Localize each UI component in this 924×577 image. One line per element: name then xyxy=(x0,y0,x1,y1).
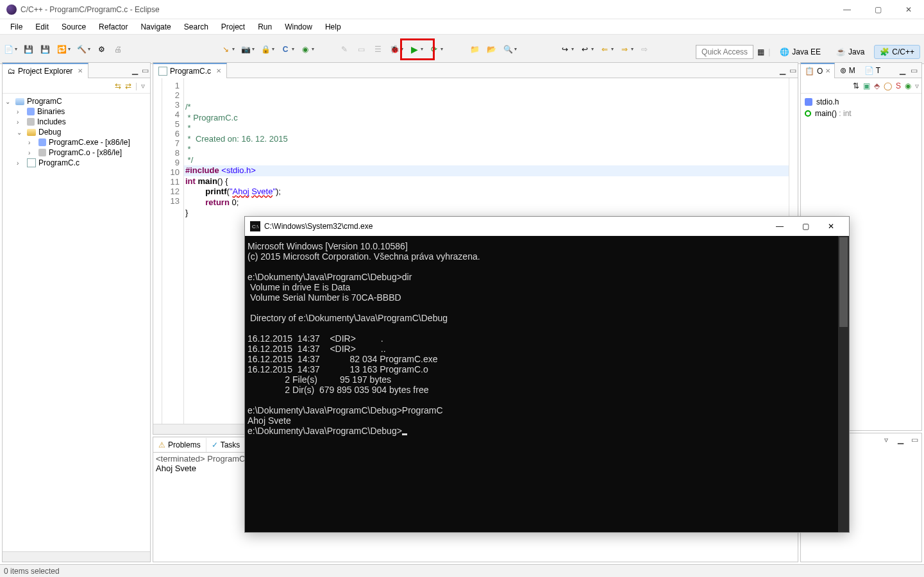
outline-tab-t[interactable]: 📄 T xyxy=(861,63,884,78)
tab-tasks[interactable]: ✓Tasks xyxy=(206,438,246,452)
outline-stdio[interactable]: stdio.h xyxy=(805,96,918,108)
close-button[interactable]: ✕ xyxy=(900,5,918,14)
book-icon: ▭ xyxy=(355,44,367,55)
cfile-icon xyxy=(158,67,167,76)
blank-menu-icon[interactable]: ▿ xyxy=(881,435,891,444)
tree-exe[interactable]: ProgramC.exe - [x86/le] xyxy=(49,138,130,147)
collapse-all-icon[interactable]: ⇆ xyxy=(115,81,121,90)
cmd-titlebar[interactable]: C:\ C:\Windows\System32\cmd.exe — ▢ ✕ xyxy=(245,217,849,236)
forward-button[interactable]: ⇒▾ xyxy=(619,44,634,55)
hide-nonpublic-icon[interactable]: ◯ xyxy=(884,81,892,90)
tree-project[interactable]: ⌄ProgramC xyxy=(4,96,149,106)
cmd-scrollbar[interactable] xyxy=(838,236,849,532)
window-buttons: — ▢ ✕ xyxy=(838,5,918,14)
perspective-java[interactable]: ☕ Java xyxy=(830,45,870,59)
new-button[interactable]: 📄▾ xyxy=(3,44,17,55)
filter-s-icon[interactable]: S xyxy=(896,81,901,90)
new-proj-button[interactable]: 📁 xyxy=(469,44,480,55)
project-tree[interactable]: ⌄ProgramC ›Binaries ›Includes ⌄Debug ›Pr… xyxy=(3,94,150,551)
debug-step-button[interactable]: ↘▾ xyxy=(220,44,235,55)
search-button[interactable]: 🔍▾ xyxy=(502,44,517,55)
nav-in-button[interactable]: ↪▾ xyxy=(559,44,574,55)
status-bar: 0 items selected xyxy=(0,564,924,577)
cmd-minimize-button[interactable]: — xyxy=(767,222,793,231)
tree-srcfile[interactable]: ProgramC.c xyxy=(38,158,80,167)
minimize-outline-icon[interactable]: ▁ xyxy=(897,66,907,75)
run-last-button[interactable]: ⟳▾ xyxy=(428,44,443,55)
back-button[interactable]: ⇐▾ xyxy=(599,44,614,55)
project-c-button[interactable]: C▾ xyxy=(280,44,294,55)
blank-maximize-icon[interactable]: ▭ xyxy=(909,435,920,444)
camera-button[interactable]: 📷▾ xyxy=(240,44,255,55)
perspective-bar: Quick Access ▦ | 🌐 Java EE ☕ Java 🧩 C/C+… xyxy=(696,45,920,59)
menu-search[interactable]: Search xyxy=(178,21,215,33)
hide-static-icon[interactable]: ⬘ xyxy=(874,81,880,90)
editor-tab-programc[interactable]: ProgramC.c ✕ xyxy=(153,63,227,78)
cfg-button[interactable]: ⚙ xyxy=(96,44,107,55)
project-explorer-tab[interactable]: 🗂 Project Explorer ✕ xyxy=(3,63,88,78)
cmd-terminal[interactable]: Microsoft Windows [Version 10.0.10586] (… xyxy=(245,236,849,532)
quick-access[interactable]: Quick Access xyxy=(696,45,753,59)
folding-strip[interactable] xyxy=(153,78,162,424)
target-button[interactable]: ◉▾ xyxy=(299,44,314,55)
outline-main[interactable]: main() : int xyxy=(805,108,918,119)
menu-navigate[interactable]: Navigate xyxy=(134,21,177,33)
link-editor-icon[interactable]: ⇄ xyxy=(125,81,131,90)
perspective-cpp[interactable]: 🧩 C/C++ xyxy=(874,45,920,59)
project-explorer-hscroll[interactable] xyxy=(3,551,150,562)
menu-window[interactable]: Window xyxy=(278,21,319,33)
includes-icon xyxy=(27,118,35,126)
view-menu-icon[interactable]: ▿ xyxy=(141,81,145,90)
minimize-button[interactable]: — xyxy=(838,5,856,14)
menu-source[interactable]: Source xyxy=(55,21,92,33)
close-tab-icon[interactable]: ✕ xyxy=(78,67,83,74)
sort-icon[interactable]: ⇅ xyxy=(853,81,859,90)
outline-tab-m[interactable]: ⊚ M xyxy=(836,63,859,78)
line-gutter: 12345678910111213 xyxy=(162,78,184,424)
obj-icon xyxy=(38,149,46,156)
tree-obj[interactable]: ProgramC.o - [x86/le] xyxy=(49,148,122,157)
outline-menu-icon[interactable]: ▿ xyxy=(915,81,919,90)
minimize-editor-icon[interactable]: ▁ xyxy=(777,66,787,75)
status-text: 0 items selected xyxy=(4,567,60,576)
maximize-button[interactable]: ▢ xyxy=(869,5,887,14)
tree-binaries[interactable]: Binaries xyxy=(37,107,65,116)
maximize-outline-icon[interactable]: ▭ xyxy=(909,66,919,75)
open-perspective-icon[interactable]: ▦ xyxy=(757,47,764,56)
cmd-icon: C:\ xyxy=(250,221,260,231)
menu-edit[interactable]: Edit xyxy=(29,21,55,33)
pin-icon: ⇨ xyxy=(639,44,650,55)
debug-button[interactable]: 🐞▾ xyxy=(389,44,403,55)
maximize-view-icon[interactable]: ▭ xyxy=(140,66,150,75)
tree-debug[interactable]: Debug xyxy=(38,128,61,137)
cmd-close-button[interactable]: ✕ xyxy=(818,222,844,231)
menu-help[interactable]: Help xyxy=(319,21,348,33)
new-folder-button[interactable]: 📂 xyxy=(485,44,497,55)
tree-includes[interactable]: Includes xyxy=(37,117,66,126)
build-button[interactable]: 🔨▾ xyxy=(76,44,90,55)
filter-target-icon[interactable]: ◉ xyxy=(905,81,911,90)
save-all-button[interactable]: 💾 xyxy=(39,44,51,55)
outline-tab-o[interactable]: 📋 O ✕ xyxy=(801,63,835,78)
menu-file[interactable]: File xyxy=(4,21,29,33)
save-button[interactable]: 💾 xyxy=(22,44,34,55)
nav-out-button[interactable]: ↩▾ xyxy=(579,44,594,55)
switch-editor-button[interactable]: 🔁▾ xyxy=(56,44,71,55)
blank-minimize-icon[interactable]: ▁ xyxy=(895,435,905,444)
cmd-window[interactable]: C:\ C:\Windows\System32\cmd.exe — ▢ ✕ Mi… xyxy=(244,216,850,533)
run-button[interactable]: ▶▾ xyxy=(408,44,423,55)
hide-fields-icon[interactable]: ▣ xyxy=(863,81,870,90)
menu-refactor[interactable]: Refactor xyxy=(92,21,134,33)
tab-problems[interactable]: ⚠Problems xyxy=(153,438,206,452)
cursor-icon xyxy=(402,433,407,435)
minimize-view-icon[interactable]: ▁ xyxy=(130,66,140,75)
perspective-javaee[interactable]: 🌐 Java EE xyxy=(774,45,827,59)
close-tab-icon[interactable]: ✕ xyxy=(216,67,221,74)
cmd-maximize-button[interactable]: ▢ xyxy=(793,222,818,231)
menu-run[interactable]: Run xyxy=(251,21,278,33)
cmd-title: C:\Windows\System32\cmd.exe xyxy=(264,222,373,231)
menu-project[interactable]: Project xyxy=(215,21,251,33)
maximize-editor-icon[interactable]: ▭ xyxy=(787,66,798,75)
list-icon: ☰ xyxy=(372,44,383,55)
lock-button[interactable]: 🔒▾ xyxy=(260,44,274,55)
